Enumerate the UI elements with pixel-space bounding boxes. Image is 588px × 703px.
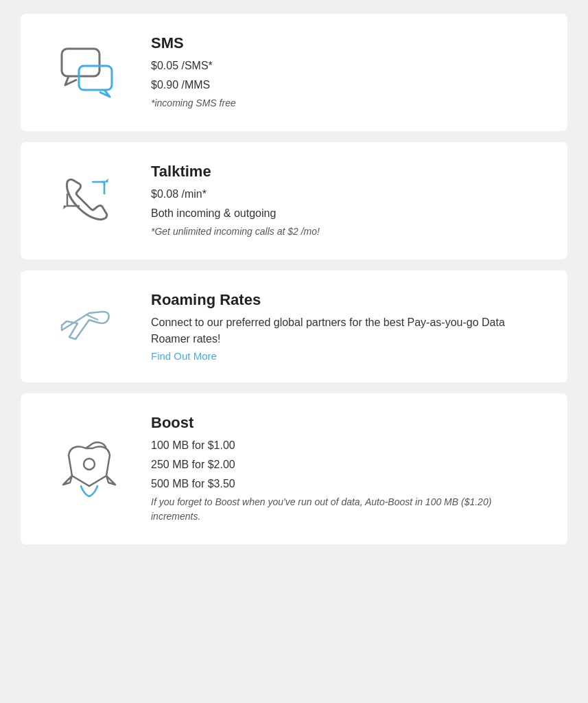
boost-icon	[55, 438, 117, 500]
boost-title: Boost	[151, 414, 540, 432]
sms-icon-area	[48, 45, 124, 100]
sms-title: SMS	[151, 34, 540, 52]
sms-card: SMS $0.05 /SMS* $0.90 /MMS *incoming SMS…	[21, 14, 567, 131]
boost-line-3: 500 MB for $3.50	[151, 476, 540, 492]
roaming-icon-area	[48, 299, 124, 354]
roaming-icon	[51, 299, 120, 354]
talktime-card: Talktime $0.08 /min* Both incoming & out…	[21, 142, 567, 260]
svg-rect-1	[79, 66, 112, 90]
boost-line-4: If you forget to Boost when you've run o…	[151, 495, 540, 524]
boost-card: Boost 100 MB for $1.00 250 MB for $2.00 …	[21, 393, 567, 544]
roaming-title: Roaming Rates	[151, 291, 540, 309]
sms-line-3: *incoming SMS free	[151, 96, 540, 111]
talktime-icon-area	[48, 172, 124, 230]
boost-line-2: 250 MB for $2.00	[151, 457, 540, 473]
talktime-icon	[55, 172, 117, 230]
talktime-line-3: *Get unlimited incoming calls at $2 /mo!	[151, 224, 540, 239]
svg-marker-2	[104, 178, 108, 183]
svg-marker-3	[63, 205, 67, 209]
boost-line-1: 100 MB for $1.00	[151, 437, 540, 454]
sms-icon	[55, 45, 117, 100]
roaming-text-area: Roaming Rates Connect to our preferred g…	[151, 291, 540, 362]
boost-text-area: Boost 100 MB for $1.00 250 MB for $2.00 …	[151, 414, 540, 524]
sms-text-area: SMS $0.05 /SMS* $0.90 /MMS *incoming SMS…	[151, 34, 540, 111]
svg-rect-0	[62, 49, 99, 76]
talktime-line-1: $0.08 /min*	[151, 186, 540, 203]
roaming-link[interactable]: Find Out More	[151, 350, 540, 362]
roaming-line-1: Connect to our preferred global partners…	[151, 314, 540, 347]
talktime-line-2: Both incoming & outgoing	[151, 205, 540, 222]
roaming-card: Roaming Rates Connect to our preferred g…	[21, 270, 567, 382]
talktime-title: Talktime	[151, 163, 540, 181]
svg-point-4	[84, 459, 95, 470]
sms-line-1: $0.05 /SMS*	[151, 58, 540, 74]
sms-line-2: $0.90 /MMS	[151, 77, 540, 93]
talktime-text-area: Talktime $0.08 /min* Both incoming & out…	[151, 163, 540, 239]
boost-icon-area	[48, 438, 124, 500]
